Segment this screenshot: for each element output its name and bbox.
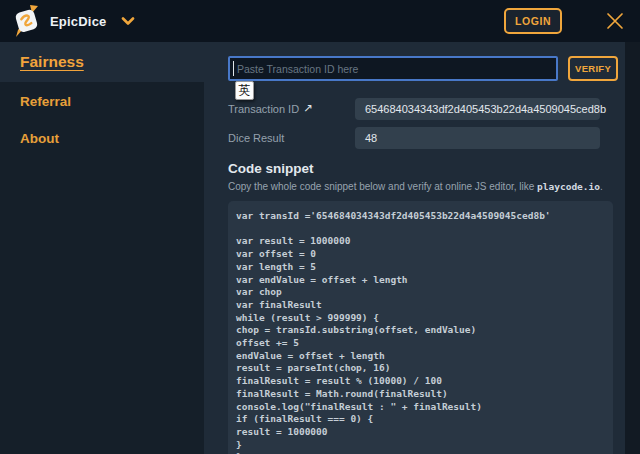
transaction-id-input[interactable] xyxy=(228,56,558,81)
close-icon[interactable] xyxy=(604,10,626,32)
dice-result-row: Dice Result 48 xyxy=(228,127,625,149)
sidebar: Fairness Referral About xyxy=(0,42,204,454)
code-panel: var transId ='654684034343df2d405453b22d… xyxy=(228,201,613,454)
ime-language-badge: 英 xyxy=(235,81,254,100)
transaction-id-label: Transaction ID ↗ xyxy=(228,103,355,115)
app-window: EpicDice LOGIN Fairness Referral About xyxy=(0,0,640,454)
transaction-id-row: Transaction ID ↗ 654684034343df2d405453b… xyxy=(228,98,625,120)
fairness-content: VERIFY 英 Transaction ID ↗ 654684034343df… xyxy=(204,42,625,454)
sidebar-item-label: Fairness xyxy=(20,53,84,71)
code-snippet-title: Code snippet xyxy=(228,161,625,177)
main-area: Fairness Referral About VERIFY 英 Transac… xyxy=(0,42,640,454)
login-button[interactable]: LOGIN xyxy=(504,8,562,34)
sidebar-item-fairness[interactable]: Fairness xyxy=(0,42,204,82)
playcode-io-text: playcode.io xyxy=(537,181,600,192)
transaction-input-wrap xyxy=(228,56,558,81)
transaction-id-value: 654684034343df2d405453b22d4a4509045ced8b xyxy=(355,98,600,120)
external-link-icon[interactable]: ↗ xyxy=(303,103,313,115)
dice-result-value: 48 xyxy=(355,127,600,149)
brand-logo-icon xyxy=(12,5,42,37)
header: EpicDice LOGIN xyxy=(0,0,640,42)
text-caret xyxy=(233,61,234,76)
brand[interactable]: EpicDice xyxy=(12,5,107,37)
sidebar-item-about[interactable]: About xyxy=(20,131,59,147)
verify-button[interactable]: VERIFY xyxy=(568,56,618,81)
code-snippet-description: Copy the whole code snippet below and ve… xyxy=(228,180,625,193)
scrollbar-track[interactable] xyxy=(625,42,640,454)
sidebar-panel: Referral About xyxy=(0,82,204,454)
brand-name: EpicDice xyxy=(50,14,107,29)
sidebar-item-referral[interactable]: Referral xyxy=(20,94,71,110)
dice-result-label: Dice Result xyxy=(228,132,355,144)
code-block: var transId ='654684034343df2d405453b22d… xyxy=(236,210,605,454)
chevron-down-icon[interactable] xyxy=(121,17,135,26)
verify-row: VERIFY xyxy=(228,56,625,81)
